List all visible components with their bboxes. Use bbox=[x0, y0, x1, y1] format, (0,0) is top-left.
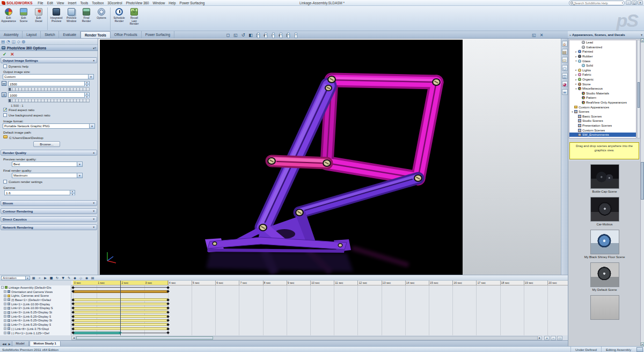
zoom-in-icon[interactable]: + bbox=[544, 336, 550, 340]
menu-3dcontrol[interactable]: 3Dcontrol bbox=[106, 1, 124, 5]
fixed-aspect-row[interactable]: Fixed aspect ratio bbox=[3, 108, 34, 112]
expand-icon[interactable]: + bbox=[4, 303, 6, 305]
tree-item-custom-scenes[interactable]: Custom Scenes bbox=[569, 128, 636, 133]
menu-power-surfacing[interactable]: Power Surfacing bbox=[178, 1, 207, 5]
tree-item-pattern[interactable]: Pattern bbox=[569, 96, 636, 100]
timeline-tree-item-linkage-assembly[interactable]: -Linkage-Assembly (Default<Dis bbox=[0, 285, 71, 290]
gamma-input[interactable] bbox=[5, 190, 70, 195]
tree-item-studio-scenes[interactable]: Studio Scenes bbox=[569, 119, 636, 123]
apply-scene-icon[interactable]: ▦▾ bbox=[286, 32, 291, 39]
feature-manager-icon[interactable]: ▤ bbox=[1, 39, 5, 45]
display-manager-icon[interactable]: ◍ bbox=[22, 39, 26, 45]
tree-item-miscellaneous[interactable]: ▾Miscellaneous bbox=[569, 86, 636, 91]
graphics-area[interactable] bbox=[98, 39, 561, 275]
tab-power-surfacing[interactable]: Power Surfacing bbox=[142, 31, 174, 38]
save-animation-icon[interactable]: ▼ bbox=[61, 275, 65, 280]
expanded-arrow-icon[interactable]: ▾ bbox=[570, 111, 574, 113]
calculate-icon[interactable]: ▦ bbox=[31, 275, 36, 280]
view-orientation-icon[interactable]: ◳▾ bbox=[255, 32, 261, 39]
scroll-down-icon[interactable]: ▼ bbox=[641, 342, 644, 346]
stop-icon[interactable]: ■ bbox=[49, 275, 54, 280]
expand-icon[interactable]: + bbox=[4, 298, 6, 301]
section-direct-caustics[interactable]: Direct Caustics▼ bbox=[1, 216, 97, 222]
expand-icon[interactable]: + bbox=[4, 319, 6, 322]
help-icon[interactable]: ? bbox=[94, 47, 96, 50]
pushpin-icon[interactable]: ▾ bbox=[641, 33, 642, 36]
dimxpert-manager-icon[interactable]: ◇ bbox=[17, 39, 20, 45]
section-contour-rendering[interactable]: Contour Rendering▼ bbox=[1, 208, 97, 214]
expanded-arrow-icon[interactable]: ▾ bbox=[574, 60, 578, 62]
scene-thumbnail-my-black-shiney-floor-scene[interactable]: My Black Shiney Floor Scene bbox=[584, 230, 625, 259]
menu-toolbox[interactable]: Toolbox bbox=[90, 1, 106, 5]
bg-aspect-row[interactable]: Use background aspect ratio bbox=[3, 113, 50, 117]
tree-item-lead[interactable]: Lead bbox=[569, 40, 636, 45]
scrollbar-thumb[interactable] bbox=[638, 82, 640, 108]
preview-quality-dropdown[interactable]: Best ▼ bbox=[12, 162, 83, 167]
playback-mode-icon[interactable]: ↻ bbox=[55, 275, 60, 280]
chevron-down-icon[interactable]: ▼ bbox=[25, 276, 30, 280]
tree-item-painted[interactable]: ▸Painted bbox=[569, 49, 636, 54]
tab-model[interactable]: Model bbox=[12, 341, 29, 347]
timeline-tree-item-f-base-1-defau[interactable]: +(f) Base<1> (Default<<Defaul bbox=[0, 298, 71, 302]
image-height-input[interactable] bbox=[9, 93, 84, 97]
scrollbar-thumb[interactable] bbox=[76, 336, 213, 340]
tab-scroll-right-icon[interactable]: ▶ bbox=[8, 342, 12, 346]
play-icon[interactable]: ▶ bbox=[43, 275, 48, 280]
maximize-button[interactable]: ▢ bbox=[632, 1, 637, 5]
timeline-track-area[interactable] bbox=[71, 285, 568, 335]
keyframe-diamond[interactable] bbox=[166, 286, 170, 289]
menu-insert[interactable]: Insert bbox=[66, 1, 78, 5]
section-view-icon[interactable]: ◧ bbox=[248, 32, 253, 39]
expand-icon[interactable]: + bbox=[4, 307, 6, 310]
tree-item-basic-scenes[interactable]: Basic Scenes bbox=[569, 114, 636, 119]
tree-item-organic[interactable]: ▸Organic bbox=[569, 77, 636, 82]
tree-item-sw-environments[interactable]: SW_Environments bbox=[569, 133, 636, 137]
timeline-tree-item-link-1-link-10-0[interactable]: +Link<1> (Link-10.00<Display bbox=[0, 302, 71, 306]
tab-layout[interactable]: Layout bbox=[23, 31, 41, 38]
help-search[interactable]: ▾ bbox=[569, 1, 625, 5]
file-explorer-icon[interactable]: ▭ bbox=[562, 57, 568, 63]
image-height-field[interactable]: ▲▼ bbox=[8, 92, 90, 98]
expanded-arrow-icon[interactable]: ▾ bbox=[574, 87, 578, 90]
menu-edit[interactable]: Edit bbox=[45, 1, 55, 5]
timeline-tree-item-pin-1-link-1[interactable]: +(-) Pin<1> (Link-1.125<<Def bbox=[0, 331, 71, 335]
previous-view-icon[interactable]: ↺ bbox=[240, 32, 246, 39]
scene-thumbnail-car-mobius[interactable]: Car-Mobius bbox=[590, 197, 619, 226]
expand-preview-icon[interactable]: ◱ bbox=[531, 32, 537, 39]
menu-window[interactable]: Window bbox=[151, 1, 167, 5]
quick-tips-icon[interactable] bbox=[636, 347, 643, 352]
animation-wizard-icon[interactable]: ✎ bbox=[67, 275, 71, 280]
timeline-hscrollbar[interactable]: ◀ ▶ bbox=[71, 336, 542, 340]
timeline-tree-item-link-7-link-5-25[interactable]: +Link<7> (Link-5.25<Display S bbox=[0, 322, 71, 327]
custom-render-row[interactable]: Custom render settings bbox=[3, 180, 42, 184]
dynamic-help-row[interactable]: Dynamic help bbox=[3, 64, 28, 68]
timeline-tree-item-link-5-link-5-25[interactable]: +Link<5> (Link-5.25<Display S bbox=[0, 314, 71, 319]
tree-item-solid[interactable]: Solid bbox=[569, 63, 636, 68]
keyframe-diamond[interactable] bbox=[166, 331, 170, 334]
expand-icon[interactable]: + bbox=[4, 290, 6, 293]
timeline-ruler[interactable]: 0 sec1 sec2 sec3 sec4 sec5 sec6 sec7 sec… bbox=[71, 281, 568, 285]
ribbon-preview-window-button[interactable]: PreviewWindow bbox=[64, 7, 79, 30]
final-quality-dropdown[interactable]: Maximum ▼ bbox=[12, 173, 83, 178]
cancel-button[interactable]: ✕ bbox=[10, 52, 14, 57]
timeline-tree-item-link-2-link-10-0[interactable]: +Link<2> (Link-10.00<Display S bbox=[0, 306, 71, 311]
play-from-start-icon[interactable]: « bbox=[37, 275, 42, 280]
timeline-tree-item-link-6-link-5-25[interactable]: +Link<6> (Link-5.25<Display St bbox=[0, 319, 71, 323]
tab-office-products[interactable]: Office Products bbox=[111, 31, 142, 38]
scroll-left-icon[interactable]: ◀ bbox=[72, 336, 76, 340]
scrollbar-thumb[interactable] bbox=[641, 162, 644, 200]
collapsed-arrow-icon[interactable]: ▸ bbox=[574, 78, 578, 81]
expand-icon[interactable]: + bbox=[4, 295, 6, 297]
menu-help[interactable]: Help bbox=[167, 1, 178, 5]
image-width-field[interactable]: ▲▼ bbox=[8, 81, 90, 86]
scroll-up-icon[interactable]: ▲ bbox=[641, 39, 644, 42]
gamma-field[interactable]: ▲▼ bbox=[4, 190, 75, 195]
hide-show-items-icon[interactable]: ◎▾ bbox=[270, 32, 276, 39]
dynamic-help-checkbox[interactable] bbox=[3, 64, 7, 68]
autokey-icon[interactable]: ◆ bbox=[72, 275, 77, 280]
zoom-out-icon[interactable]: − bbox=[551, 336, 556, 340]
expand-icon[interactable]: + bbox=[4, 327, 6, 330]
tab-evaluate[interactable]: Evaluate bbox=[59, 31, 80, 38]
image-width-slider[interactable] bbox=[8, 87, 90, 91]
solidworks-resources-icon[interactable]: ⌂ bbox=[562, 41, 568, 47]
